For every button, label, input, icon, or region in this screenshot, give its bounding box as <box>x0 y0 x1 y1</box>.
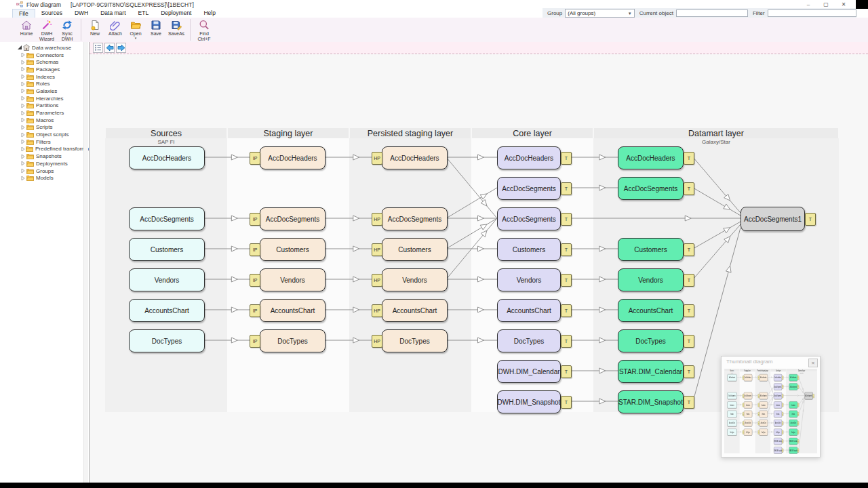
thumb-node-stg-doctypes[interactable]: DocTypes <box>744 429 752 436</box>
thumb-node-src-doctypes[interactable]: DocTypes <box>727 429 736 436</box>
thumb-tag-accdocsegments-t[interactable]: T <box>782 385 783 389</box>
minimize-button[interactable]: – <box>804 1 812 7</box>
node-fact-accdocsegments1[interactable]: AccDocSegments1 <box>741 207 805 231</box>
tree-item-partitions[interactable]: Partitions <box>0 102 89 110</box>
thumb-tag-vendors-hp[interactable]: HP <box>758 412 760 416</box>
tree-item-deployments[interactable]: Deployments <box>0 160 89 167</box>
thumb-tag-accountschart-hp[interactable]: HP <box>758 421 760 425</box>
menu-data-mart[interactable]: Data mart <box>94 9 132 17</box>
tag-dwh-dim-calendar-t[interactable]: T <box>561 365 572 378</box>
node-core-dwh-dim-calendar[interactable]: DWH.DIM_Calendar <box>497 360 561 383</box>
menu-file[interactable]: File <box>12 9 35 18</box>
toolbar-button-attach[interactable]: Attach <box>105 18 125 41</box>
tag-accdocheaders-ip[interactable]: IP <box>250 152 260 165</box>
node-stg-customers[interactable]: Customers <box>260 238 326 261</box>
node-dm-doctypes[interactable]: DocTypes <box>618 329 684 352</box>
thumb-node-core-accdocheaders[interactable]: AccDocHeaders <box>774 374 782 381</box>
node-core-accdocheaders[interactable]: AccDocHeaders <box>497 146 561 169</box>
thumb-tag-customers-ip[interactable]: IP <box>743 403 744 407</box>
toolbar-button-open[interactable]: Open▾ <box>125 18 146 41</box>
thumb-tag-vendors-ip[interactable]: IP <box>743 412 744 416</box>
node-dm-accdocsegments[interactable]: AccDocSegments <box>618 177 684 200</box>
thumb-node-src-accdocsegments[interactable]: AccDocSegments <box>727 392 736 399</box>
thumb-tag-doctypes-t[interactable]: T <box>782 430 783 434</box>
tag-doctypes-t[interactable]: T <box>684 335 694 348</box>
thumb-tag-accountschart-t[interactable]: T <box>782 421 783 425</box>
collapsed-arrow-icon[interactable] <box>20 154 26 159</box>
tree-item-hierarchies[interactable]: Hierarchies <box>0 95 89 102</box>
thumb-tag-accdocsegments-ip[interactable]: IP <box>743 394 744 398</box>
node-src-accdocheaders[interactable]: AccDocHeaders <box>129 146 205 169</box>
node-src-customers[interactable]: Customers <box>129 238 205 261</box>
thumb-node-stg-vendors[interactable]: Vendors <box>744 411 752 418</box>
thumb-node-dm-doctypes[interactable]: DocTypes <box>789 429 797 436</box>
thumb-tag-accdocheaders-t[interactable]: T <box>782 375 783 380</box>
tree-root-data-warehouse[interactable]: Data warehouse <box>0 44 89 52</box>
thumb-node-dm-star-dim-snapshot[interactable]: STAR.DIM_Snapshot <box>789 447 797 453</box>
node-dm-accountschart[interactable]: AccountsChart <box>618 299 684 322</box>
arrow-right-button[interactable] <box>116 43 126 53</box>
tag-doctypes-ip[interactable]: IP <box>250 335 260 348</box>
thumb-node-core-doctypes[interactable]: DocTypes <box>774 429 782 436</box>
tag-customers-hp[interactable]: HP <box>372 243 382 256</box>
collapsed-arrow-icon[interactable] <box>20 176 26 181</box>
thumb-tag-doctypes-hp[interactable]: HP <box>758 430 760 434</box>
thumb-tag-doctypes-ip[interactable]: IP <box>743 430 744 434</box>
tree-item-connectors[interactable]: Connectors <box>0 52 89 59</box>
tag-dwh-dim-snapshot-t[interactable]: T <box>561 396 572 409</box>
tag-accdocsegments-t[interactable]: T <box>561 213 572 226</box>
thumb-tag-customers-t[interactable]: T <box>782 403 783 407</box>
collapsed-arrow-icon[interactable] <box>20 60 26 65</box>
thumb-tag-customers-hp[interactable]: HP <box>758 403 760 407</box>
node-core-customers[interactable]: Customers <box>497 238 561 261</box>
thumb-node-src-vendors[interactable]: Vendors <box>727 411 736 418</box>
thumb-tag-star-dim-snapshot-t[interactable]: T <box>797 449 799 453</box>
tree-item-macros[interactable]: Macros <box>0 117 89 124</box>
node-ps-accdocheaders[interactable]: AccDocHeaders <box>382 146 448 169</box>
tag-customers-t[interactable]: T <box>561 243 572 256</box>
tag-accdocsegments-ip[interactable]: IP <box>250 213 260 226</box>
tag-customers-ip[interactable]: IP <box>250 243 260 256</box>
toolbar-button-saveas[interactable]: SaveAs <box>166 18 186 41</box>
collapsed-arrow-icon[interactable] <box>20 146 26 152</box>
tag-accountschart-t[interactable]: T <box>561 304 572 317</box>
thumb-node-core-dwh-dim-snapshot[interactable]: DWH.DIM_Snapshot <box>774 447 782 453</box>
tag-doctypes-t[interactable]: T <box>561 335 572 348</box>
thumb-tag-accountschart-ip[interactable]: IP <box>743 421 744 425</box>
thumb-node-core-accdocsegments[interactable]: AccDocSegments <box>774 383 782 390</box>
thumb-node-core-dwh-dim-calendar[interactable]: DWH.DIM_Calendar <box>774 438 782 445</box>
thumb-tag-accdocsegments-t[interactable]: T <box>782 394 783 398</box>
thumb-node-stg-accountschart[interactable]: AccountsChart <box>744 420 752 426</box>
node-stg-accountschart[interactable]: AccountsChart <box>260 299 326 322</box>
toolbar-button-dwh-wizard[interactable]: DWH Wizard <box>37 18 57 41</box>
tree-item-object-scripts[interactable]: Object scripts <box>0 131 89 138</box>
toolbar-button-save[interactable]: Save <box>146 18 166 41</box>
tag-accdocsegments-t[interactable]: T <box>561 182 572 195</box>
node-core-vendors[interactable]: Vendors <box>497 268 561 291</box>
tree-scrollbar[interactable] <box>83 42 88 483</box>
thumb-tag-vendors-t[interactable]: T <box>797 412 799 416</box>
toolbar-button-new[interactable]: New <box>85 18 105 41</box>
tag-accdocheaders-t[interactable]: T <box>561 152 572 165</box>
dropdown-caret-icon[interactable]: ▾ <box>135 37 137 39</box>
thumb-node-stg-accdocheaders[interactable]: AccDocHeaders <box>744 374 752 381</box>
tree-item-schemas[interactable]: Schemas <box>0 58 89 66</box>
tag-star-dim-snapshot-t[interactable]: T <box>684 396 694 409</box>
tree-item-packages[interactable]: Packages <box>0 66 89 73</box>
thumb-tag-dwh-dim-snapshot-t[interactable]: T <box>782 449 783 453</box>
tree-item-parameters[interactable]: Parameters <box>0 109 89 117</box>
collapsed-arrow-icon[interactable] <box>20 81 26 87</box>
node-ps-accountschart[interactable]: AccountsChart <box>382 299 448 322</box>
node-ps-doctypes[interactable]: DocTypes <box>382 329 448 352</box>
tag-star-dim-calendar-t[interactable]: T <box>684 365 694 378</box>
collapsed-arrow-icon[interactable] <box>20 110 26 116</box>
thumb-tag-accdocsegments-hp[interactable]: HP <box>758 394 760 398</box>
thumb-node-dm-vendors[interactable]: Vendors <box>789 411 797 418</box>
collapsed-arrow-icon[interactable] <box>20 161 26 166</box>
collapsed-arrow-icon[interactable] <box>20 132 26 138</box>
tag-accdocheaders-hp[interactable]: HP <box>372 152 382 165</box>
node-dm-star-dim-calendar[interactable]: STAR.DIM_Calendar <box>618 360 684 383</box>
tag-accountschart-t[interactable]: T <box>684 304 694 317</box>
thumb-node-ps-accountschart[interactable]: AccountsChart <box>760 420 768 426</box>
thumb-node-ps-vendors[interactable]: Vendors <box>760 411 768 418</box>
